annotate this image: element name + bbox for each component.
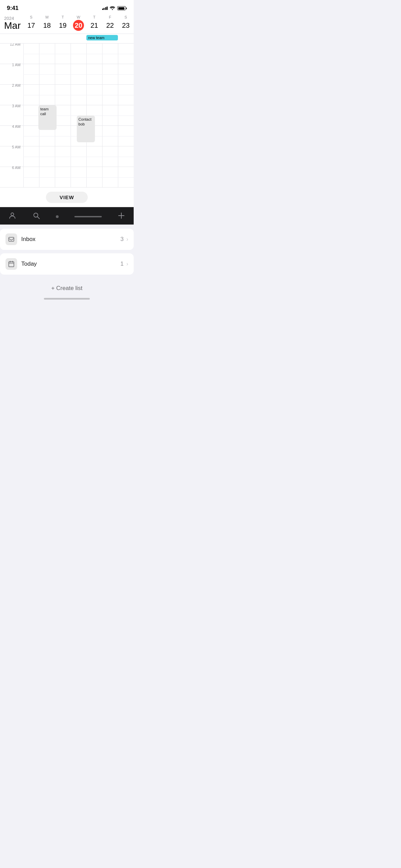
time-label-1: 1 AM — [0, 61, 23, 82]
day-cell-6-4[interactable] — [86, 167, 102, 187]
add-icon[interactable] — [117, 212, 125, 222]
time-label-6: 6 AM — [0, 164, 23, 184]
time-label-2: 2 AM — [0, 82, 23, 102]
day-cell-3-0[interactable] — [23, 105, 39, 125]
day-cell-1-2[interactable] — [55, 64, 71, 84]
signal-icon — [102, 7, 108, 10]
day-cell-0-4[interactable] — [86, 44, 102, 64]
view-button[interactable]: VIEW — [46, 192, 88, 203]
day-cell-5-6[interactable] — [118, 146, 134, 167]
search-icon[interactable] — [32, 212, 40, 222]
day-cell-1-4[interactable] — [86, 64, 102, 84]
inbox-chevron: › — [126, 236, 128, 242]
day-cell-5-1[interactable] — [39, 146, 55, 167]
svg-line-2 — [37, 217, 39, 219]
day-cell-5-5[interactable] — [102, 146, 118, 167]
day-cell-2-1[interactable] — [39, 85, 55, 105]
day-col-19[interactable]: T19 — [55, 15, 71, 31]
day-cell-5-4[interactable] — [86, 146, 102, 167]
year-month: 2024 Mar — [0, 15, 23, 31]
day-num-23[interactable]: 23 — [120, 20, 131, 31]
day-num-18[interactable]: 18 — [41, 20, 52, 31]
person-icon[interactable] — [8, 212, 16, 222]
day-cell-0-6[interactable] — [118, 44, 134, 64]
allday-event-new-team[interactable]: new team — [86, 35, 118, 40]
event-team-call[interactable]: team call — [38, 105, 57, 130]
create-list-row[interactable]: + Create list — [0, 278, 134, 295]
day-cell-0-2[interactable] — [55, 44, 71, 64]
home-bar[interactable] — [74, 216, 102, 217]
day-cell-2-2[interactable] — [55, 85, 71, 105]
day-cell-3-6[interactable] — [118, 105, 134, 125]
day-num-17[interactable]: 17 — [26, 20, 37, 31]
today-chevron: › — [126, 261, 128, 267]
day-cell-4-5[interactable] — [102, 126, 118, 146]
svg-point-1 — [34, 213, 38, 217]
day-cell-5-3[interactable] — [71, 146, 86, 167]
inbox-count: 3 — [120, 236, 123, 243]
home-bar-indicator — [44, 298, 90, 300]
day-cell-2-5[interactable] — [102, 85, 118, 105]
time-cells-1 — [23, 64, 134, 84]
day-cell-0-5[interactable] — [102, 44, 118, 64]
day-cell-6-2[interactable] — [55, 167, 71, 187]
day-cell-6-6[interactable] — [118, 167, 134, 187]
reminder-today-row[interactable]: Today 1 › — [0, 253, 134, 275]
day-col-17[interactable]: S17 — [23, 15, 39, 31]
time-row-2-AM: 2 AM — [0, 85, 134, 105]
dot-icon — [56, 215, 59, 218]
time-row-12-AM: 12 AM — [0, 44, 134, 64]
day-cell-1-0[interactable] — [23, 64, 39, 84]
time-row-6-AM: 6 AM — [0, 167, 134, 188]
create-list-button[interactable]: + Create list — [51, 285, 82, 292]
day-cell-6-5[interactable] — [102, 167, 118, 187]
reminder-today-card: Today 1 › — [0, 253, 134, 275]
tab-bar — [0, 207, 134, 225]
day-cell-4-0[interactable] — [23, 126, 39, 146]
day-cell-4-6[interactable] — [118, 126, 134, 146]
day-cell-1-3[interactable] — [71, 64, 86, 84]
day-cell-2-6[interactable] — [118, 85, 134, 105]
time-row-4-AM: 4 AM — [0, 126, 134, 146]
today-count: 1 — [120, 261, 123, 267]
svg-point-0 — [11, 213, 14, 216]
wifi-icon — [110, 5, 115, 11]
day-num-21[interactable]: 21 — [89, 20, 100, 31]
day-col-23[interactable]: S23 — [118, 15, 134, 31]
day-cell-5-0[interactable] — [23, 146, 39, 167]
day-col-20[interactable]: W20 — [71, 15, 86, 31]
day-cell-2-4[interactable] — [86, 85, 102, 105]
day-cell-1-6[interactable] — [118, 64, 134, 84]
day-col-18[interactable]: M18 — [39, 15, 55, 31]
day-cell-6-3[interactable] — [71, 167, 86, 187]
time-label-0: 12 AM — [0, 44, 23, 61]
inbox-label: Inbox — [21, 236, 120, 243]
day-cell-0-1[interactable] — [39, 44, 55, 64]
day-cell-2-0[interactable] — [23, 85, 39, 105]
day-col-21[interactable]: T21 — [86, 15, 102, 31]
time-cells-5 — [23, 146, 134, 167]
day-num-20[interactable]: 20 — [73, 20, 84, 31]
day-cell-6-1[interactable] — [39, 167, 55, 187]
reminder-card: Inbox 3 › — [0, 229, 134, 250]
day-cell-5-2[interactable] — [55, 146, 71, 167]
home-indicator — [0, 295, 134, 302]
day-col-22[interactable]: F22 — [102, 15, 118, 31]
event-contact-bob[interactable]: Contact bob — [77, 116, 95, 142]
svg-rect-5 — [9, 237, 14, 241]
allday-row: new team — [0, 34, 134, 44]
day-cell-1-5[interactable] — [102, 64, 118, 84]
day-num-22[interactable]: 22 — [105, 20, 116, 31]
week-days: S17M18T19W20T21F22S23 — [23, 15, 134, 31]
reminder-inbox-row[interactable]: Inbox 3 › — [0, 229, 134, 250]
day-cell-2-3[interactable] — [71, 85, 86, 105]
day-cell-1-1[interactable] — [39, 64, 55, 84]
day-num-19[interactable]: 19 — [57, 20, 68, 31]
day-cell-4-2[interactable] — [55, 126, 71, 146]
day-cell-0-0[interactable] — [23, 44, 39, 64]
day-cell-6-0[interactable] — [23, 167, 39, 187]
day-cell-3-5[interactable] — [102, 105, 118, 125]
day-cell-0-3[interactable] — [71, 44, 86, 64]
day-cell-3-2[interactable] — [55, 105, 71, 125]
allday-events: new team — [23, 35, 134, 42]
